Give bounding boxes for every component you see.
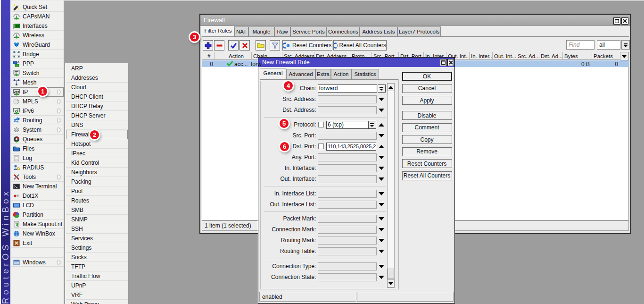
svg-text:255: 255 [14,90,19,93]
svg-text:v6: v6 [15,109,18,113]
